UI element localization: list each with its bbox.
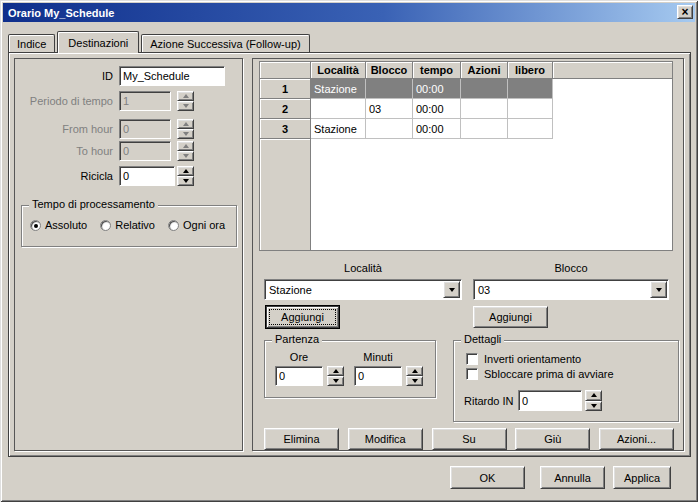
col-header-libero: libero — [508, 62, 553, 79]
cell-blocco — [366, 119, 413, 139]
cell-localita: Stazione — [311, 79, 366, 99]
ore-input[interactable] — [275, 366, 323, 386]
localita-combo[interactable]: Stazione — [264, 279, 462, 300]
spinner-up-icon[interactable] — [585, 390, 602, 401]
applica-button[interactable]: Applica — [613, 466, 671, 489]
spinner-up-icon — [177, 119, 194, 129]
id-input[interactable] — [119, 66, 225, 86]
radio-icon — [168, 220, 179, 231]
row-header-strip — [260, 139, 311, 250]
spinner-down-icon — [177, 101, 194, 111]
spinner-up-icon[interactable] — [177, 166, 194, 176]
radio-ogni-ora[interactable]: Ogni ora — [168, 219, 225, 231]
to-hour-spinner — [177, 141, 194, 161]
tab-indice[interactable]: Indice — [8, 34, 55, 52]
minuti-input[interactable] — [354, 366, 402, 386]
cell-azioni — [461, 79, 508, 99]
processing-time-group: Tempo di processamento Assoluto Relativo… — [21, 205, 237, 247]
row-number: 3 — [260, 119, 311, 139]
spinner-up-icon[interactable] — [406, 366, 423, 376]
spinner-up-icon[interactable] — [327, 366, 344, 376]
radio-assoluto[interactable]: Assoluto — [30, 219, 87, 231]
row-actions: Elimina Modifica Su Giù Azioni... — [264, 428, 674, 450]
checkbox-icon[interactable] — [466, 368, 478, 380]
table-row[interactable]: 1 Stazione 00:00 — [260, 79, 672, 99]
cell-localita — [311, 99, 366, 119]
chevron-down-icon[interactable] — [443, 281, 460, 298]
processing-time-options: Assoluto Relativo Ogni ora — [30, 219, 225, 231]
window-title: Orario My_Schedule — [8, 7, 114, 19]
ricicla-label: Ricicla — [15, 170, 113, 182]
periodo-label: Periodo di tempo — [15, 95, 113, 107]
spinner-up-icon — [177, 91, 194, 101]
col-header-blocco: Blocco — [366, 62, 413, 79]
right-panel: Località Blocco tempo Azioni libero 1 St… — [252, 58, 684, 451]
partenza-title: Partenza — [272, 333, 322, 345]
periodo-input — [119, 91, 171, 111]
spinner-down-icon[interactable] — [177, 176, 194, 186]
ok-button[interactable]: OK — [450, 466, 525, 489]
cell-azioni — [461, 119, 508, 139]
inverti-orientamento-option[interactable]: Inverti orientamento — [466, 353, 581, 365]
blocco-combo-label: Blocco — [473, 262, 669, 274]
spinner-down-icon — [177, 151, 194, 161]
minuti-label: Minuti — [351, 351, 405, 363]
cell-libero — [508, 99, 553, 119]
chevron-down-icon[interactable] — [650, 281, 667, 298]
tab-page-destinazioni: ID Periodo di tempo From hour To hour Ri… — [8, 52, 691, 457]
close-button[interactable]: × — [677, 5, 693, 19]
col-header-tempo: tempo — [413, 62, 461, 79]
modifica-button[interactable]: Modifica — [348, 428, 423, 450]
giu-button[interactable]: Giù — [515, 428, 590, 450]
spinner-down-icon[interactable] — [406, 376, 423, 386]
cell-localita: Stazione — [311, 119, 366, 139]
localita-combo-label: Località — [264, 262, 462, 274]
from-hour-label: From hour — [15, 123, 113, 135]
spinner-down-icon[interactable] — [327, 376, 344, 386]
cell-blocco — [366, 79, 413, 99]
col-header-rownum — [260, 62, 311, 79]
aggiungi-localita-button[interactable]: Aggiungi — [266, 306, 339, 328]
radio-icon — [30, 220, 41, 231]
to-hour-input — [119, 141, 171, 161]
aggiungi-blocco-button[interactable]: Aggiungi — [473, 306, 548, 328]
annulla-button[interactable]: Annulla — [540, 466, 605, 489]
table-row[interactable]: 2 03 00:00 — [260, 99, 672, 119]
cell-libero — [508, 119, 553, 139]
orario-dialog: Orario My_Schedule × Indice Destinazioni… — [0, 0, 698, 502]
cell-tempo: 00:00 — [413, 79, 461, 99]
ricicla-input[interactable] — [119, 166, 175, 186]
col-header-azioni: Azioni — [461, 62, 508, 79]
id-label: ID — [15, 70, 113, 82]
sbloccare-prima-option[interactable]: Sbloccare prima di avviare — [466, 368, 614, 380]
cell-libero — [508, 79, 553, 99]
ore-spinner[interactable] — [327, 366, 344, 386]
minuti-spinner[interactable] — [406, 366, 423, 386]
spinner-down-icon[interactable] — [585, 401, 602, 412]
checkbox-icon[interactable] — [466, 353, 478, 365]
periodo-spinner — [177, 91, 194, 111]
tab-destinazioni[interactable]: Destinazioni — [57, 31, 139, 53]
tab-azione-successiva[interactable]: Azione Successiva (Follow-up) — [141, 34, 309, 52]
cell-tempo: 00:00 — [413, 99, 461, 119]
ritardo-spinner[interactable] — [585, 390, 602, 411]
su-button[interactable]: Su — [432, 428, 507, 450]
from-hour-spinner — [177, 119, 194, 139]
radio-relativo[interactable]: Relativo — [100, 219, 155, 231]
ore-label: Ore — [275, 351, 323, 363]
left-panel: ID Periodo di tempo From hour To hour Ri… — [14, 58, 243, 451]
blocco-combo[interactable]: 03 — [473, 279, 669, 300]
azioni-button[interactable]: Azioni... — [599, 428, 674, 450]
dettagli-title: Dettagli — [461, 333, 504, 345]
row-number: 1 — [260, 79, 311, 99]
table-row[interactable]: 3 Stazione 00:00 — [260, 119, 672, 139]
cell-blocco: 03 — [366, 99, 413, 119]
dettagli-group: Dettagli Inverti orientamento Sbloccare … — [453, 340, 679, 422]
ritardo-input[interactable] — [518, 390, 582, 411]
from-hour-input — [119, 119, 171, 139]
processing-time-title: Tempo di processamento — [29, 198, 158, 210]
ricicla-spinner[interactable] — [177, 166, 194, 186]
table-header: Località Blocco tempo Azioni libero — [260, 62, 672, 79]
spinner-up-icon — [177, 141, 194, 151]
elimina-button[interactable]: Elimina — [264, 428, 339, 450]
